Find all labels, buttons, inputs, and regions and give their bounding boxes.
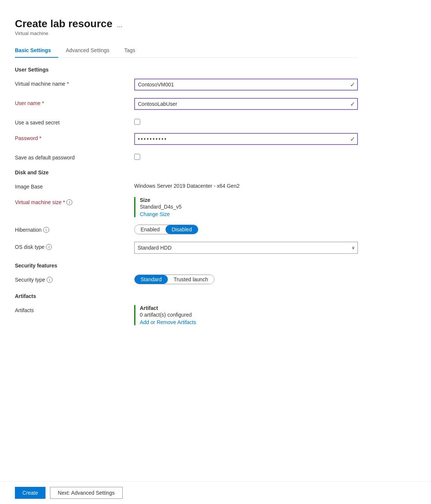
tab-advanced-settings[interactable]: Advanced Settings xyxy=(58,44,117,58)
vm-size-label: Virtual machine size * i xyxy=(15,197,134,205)
user-name-label: User name * xyxy=(15,98,134,106)
create-button[interactable]: Create xyxy=(15,487,45,499)
image-base-value: Windows Server 2019 Datacenter - x64 Gen… xyxy=(134,181,358,189)
artifact-block: Artifact 0 artifact(s) configured Add or… xyxy=(134,305,358,325)
password-label: Password * xyxy=(15,133,134,141)
save-default-checkbox-wrapper xyxy=(134,154,358,160)
next-advanced-button[interactable]: Next: Advanced Settings xyxy=(50,487,123,499)
saved-secret-checkbox[interactable] xyxy=(134,119,140,125)
password-input[interactable] xyxy=(134,133,358,145)
vm-size-required: * xyxy=(63,199,65,205)
saved-secret-checkbox-wrapper xyxy=(134,119,358,125)
saved-secret-label: Use a saved secret xyxy=(15,117,134,126)
user-name-input-wrapper: ✓ xyxy=(134,98,358,110)
hibernation-info-icon[interactable]: i xyxy=(43,227,49,233)
os-disk-select-wrapper: Standard HDD Standard SSD Premium SSD ∨ xyxy=(134,242,358,254)
tab-basic-settings[interactable]: Basic Settings xyxy=(15,44,58,58)
image-base-label: Image Base xyxy=(15,181,134,190)
tab-tags[interactable]: Tags xyxy=(117,44,143,58)
os-disk-label: OS disk type i xyxy=(15,242,134,250)
security-heading: Security features xyxy=(15,263,358,269)
security-type-info-icon[interactable]: i xyxy=(47,277,53,283)
hibernation-enabled-btn[interactable]: Enabled xyxy=(135,225,166,234)
add-remove-artifacts-link[interactable]: Add or Remove Artifacts xyxy=(140,319,196,325)
security-trusted-btn[interactable]: Trusted launch xyxy=(168,275,214,284)
artifacts-label: Artifacts xyxy=(15,305,134,313)
os-disk-info-icon[interactable]: i xyxy=(46,244,52,250)
security-type-toggle-group: Standard Trusted launch xyxy=(134,275,214,284)
change-size-link[interactable]: Change Size xyxy=(140,211,170,217)
password-input-wrapper: ✓ xyxy=(134,133,358,145)
hibernation-toggle-group: Enabled Disabled xyxy=(134,225,198,234)
vm-name-input[interactable] xyxy=(134,79,358,91)
vm-name-input-wrapper: ✓ xyxy=(134,79,358,91)
size-heading: Size xyxy=(140,197,358,203)
page-title: Create lab resource xyxy=(15,18,112,30)
user-name-check-icon: ✓ xyxy=(350,101,355,108)
save-default-label: Save as default password xyxy=(15,152,134,161)
vm-name-check-icon: ✓ xyxy=(350,81,355,88)
footer-bar: Create Next: Advanced Settings xyxy=(0,481,431,504)
save-default-checkbox[interactable] xyxy=(134,154,140,160)
hibernation-disabled-btn[interactable]: Disabled xyxy=(166,225,198,234)
security-standard-btn[interactable]: Standard xyxy=(135,275,168,284)
artifacts-section-heading: Artifacts xyxy=(15,293,358,299)
hibernation-label: Hibernation i xyxy=(15,225,134,233)
page-subtitle: Virtual machine xyxy=(15,31,358,36)
user-settings-heading: User Settings xyxy=(15,67,358,73)
os-disk-select[interactable]: Standard HDD Standard SSD Premium SSD xyxy=(134,242,358,254)
tabs-container: Basic Settings Advanced Settings Tags xyxy=(15,44,358,58)
vm-name-required: * xyxy=(67,81,69,87)
artifact-heading: Artifact xyxy=(140,305,358,311)
size-block: Size Standard_D4s_v5 Change Size xyxy=(134,197,358,217)
password-required: * xyxy=(39,135,41,141)
security-type-label: Security type i xyxy=(15,275,134,283)
ellipsis-menu[interactable]: ... xyxy=(117,21,122,29)
password-check-icon: ✓ xyxy=(350,136,355,143)
user-name-required: * xyxy=(42,100,44,106)
disk-size-heading: Disk and Size xyxy=(15,169,358,175)
size-value: Standard_D4s_v5 xyxy=(140,204,358,210)
artifact-count: 0 artifact(s) configured xyxy=(140,312,358,318)
user-name-input[interactable] xyxy=(134,98,358,110)
vm-name-label: Virtual machine name * xyxy=(15,79,134,87)
vm-size-info-icon[interactable]: i xyxy=(66,199,72,205)
